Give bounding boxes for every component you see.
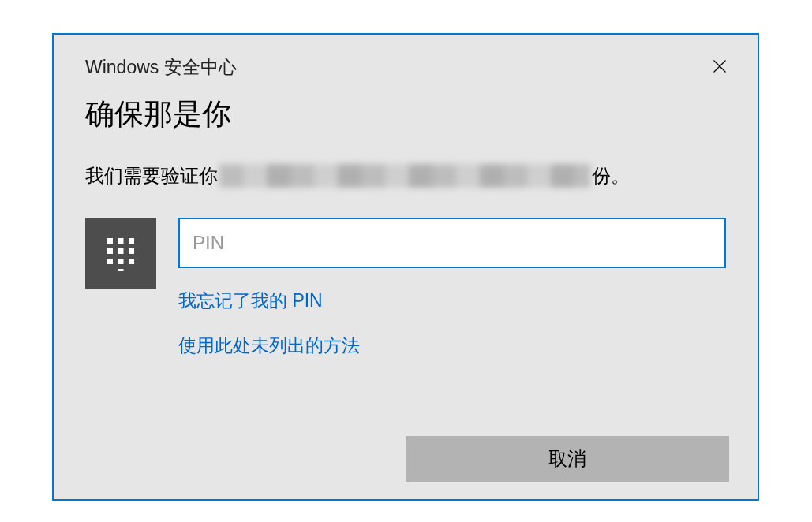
svg-rect-5 [107,248,113,254]
desc-prefix: 我们需要验证你 [85,162,218,189]
pin-input[interactable] [178,218,726,268]
close-icon [712,58,728,74]
dialog-heading: 确保那是你 [54,82,758,134]
dialog-title: Windows 安全中心 [85,55,237,80]
svg-rect-3 [118,238,124,244]
svg-rect-2 [107,238,113,244]
svg-rect-10 [129,259,134,264]
svg-rect-4 [129,238,134,244]
cancel-button[interactable]: 取消 [406,436,729,482]
dialog-header: Windows 安全中心 [54,35,758,82]
svg-rect-8 [107,259,113,264]
close-button[interactable] [704,50,735,82]
redacted-text [219,164,590,188]
svg-rect-11 [118,269,124,271]
input-row: 我忘记了我的 PIN 使用此处未列出的方法 [54,189,758,358]
svg-rect-9 [118,259,124,264]
other-method-link[interactable]: 使用此处未列出的方法 [178,334,360,358]
input-column: 我忘记了我的 PIN 使用此处未列出的方法 [178,218,726,358]
windows-security-dialog: Windows 安全中心 确保那是你 我们需要验证你 份。 [52,33,759,501]
svg-rect-7 [129,248,134,254]
desc-suffix: 份。 [592,162,630,189]
svg-rect-6 [118,248,124,254]
forgot-pin-link[interactable]: 我忘记了我的 PIN [178,289,323,313]
button-row: 取消 [406,436,729,482]
dialog-description: 我们需要验证你 份。 [54,134,758,189]
keypad-icon [85,218,156,289]
